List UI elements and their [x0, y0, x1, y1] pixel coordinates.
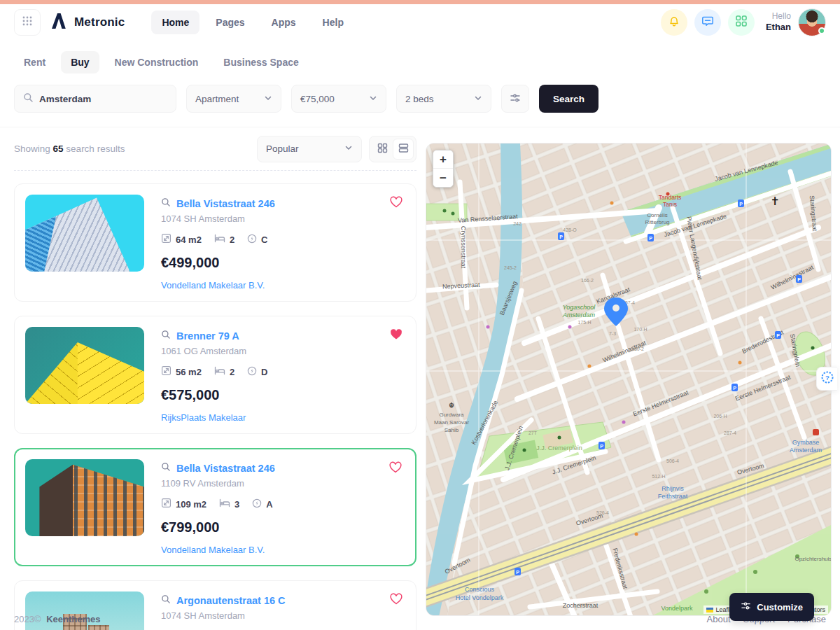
- map-label: Hotel Vondelpark: [456, 594, 504, 601]
- listing-title-row[interactable]: Bella Vistastraat 246: [161, 197, 275, 209]
- energy-value: A: [266, 499, 272, 510]
- listing-specs: 109 m2 3 A: [161, 498, 275, 510]
- listing-title[interactable]: Argonautenstraat 16 C: [176, 595, 286, 606]
- listing-price: €499,000: [161, 255, 275, 271]
- sort-value: Popular: [266, 144, 299, 154]
- tab-new-construction[interactable]: New Construction: [105, 51, 209, 74]
- notifications-button[interactable]: [661, 9, 687, 36]
- page: Metronic Home Pages Apps Help: [0, 0, 840, 630]
- purple-dot-poi: [486, 326, 490, 329]
- favorite-button[interactable]: [389, 195, 403, 211]
- heart-outline-icon: [388, 465, 402, 476]
- apps-button[interactable]: [728, 9, 755, 36]
- results-count: Showing 65 search results: [14, 144, 125, 154]
- map-label: Tanis: [663, 201, 677, 208]
- chevron-down-icon: [264, 94, 272, 104]
- grid-view-button[interactable]: [372, 139, 393, 160]
- header-right: Hello Ethan: [654, 8, 826, 36]
- svg-text:P: P: [559, 234, 563, 239]
- favorite-button[interactable]: [389, 328, 403, 343]
- results-column: Showing 65 search results Popular: [14, 127, 416, 630]
- map-canvas[interactable]: Jacob van Lennepkade Jacob van Lennepkad…: [426, 143, 832, 616]
- favorite-button[interactable]: [389, 592, 403, 608]
- company-link[interactable]: Keenthemes: [46, 614, 100, 624]
- listing-title-row[interactable]: Argonautenstraat 16 C: [161, 594, 286, 606]
- magnifier-icon: [161, 594, 171, 606]
- property-image[interactable]: [25, 195, 144, 272]
- purple-dot-poi: [568, 326, 572, 329]
- listing-title[interactable]: Bella Vistastraat 246: [176, 463, 275, 474]
- parking-icon: P: [738, 200, 744, 207]
- favorite-button[interactable]: [388, 461, 402, 476]
- zoom-in-button[interactable]: +: [433, 150, 453, 169]
- listing-agency-link[interactable]: Vondelland Makelaar B.V.: [161, 545, 275, 555]
- map-panel: Jacob van Lennepkade Jacob van Lennepkad…: [426, 127, 832, 630]
- orange-dot-poi: [588, 365, 592, 368]
- beds-count: 2: [230, 367, 234, 377]
- search-controls: Apartment €75,000 2 beds Search: [14, 85, 826, 113]
- parking-icon: P: [514, 568, 521, 575]
- map-label: Sahib: [444, 427, 459, 433]
- map-number: 7-3: [609, 331, 616, 336]
- beds-select[interactable]: 2 beds: [396, 85, 491, 113]
- sort-select[interactable]: Popular: [257, 136, 362, 162]
- nav-item-pages[interactable]: Pages: [205, 10, 255, 34]
- listing-title[interactable]: Brenner 79 A: [176, 330, 239, 342]
- beds-value: 2 beds: [405, 94, 434, 104]
- area-value: 64 m2: [176, 234, 202, 245]
- map-label: Amsterdam: [790, 447, 822, 454]
- map-label: Yogaschool: [563, 304, 596, 311]
- listing-title-row[interactable]: Bella Vistastraat 246: [161, 462, 275, 474]
- map-number: 166-2: [581, 278, 594, 283]
- listing-card[interactable]: Bella Vistastraat 246 1074 SH Amsterdam …: [14, 183, 416, 302]
- chat-button[interactable]: [694, 9, 721, 36]
- search-button[interactable]: Search: [539, 85, 598, 113]
- listing-agency-link[interactable]: Vondelland Makelaar B.V.: [161, 280, 275, 290]
- listing-card-selected[interactable]: Bella Vistastraat 246 1109 RV Amsterdam …: [14, 448, 416, 566]
- red-poi-icon: [813, 429, 819, 435]
- more-filters-button[interactable]: [501, 85, 529, 113]
- avatar[interactable]: [798, 8, 826, 36]
- property-image[interactable]: [25, 327, 144, 404]
- energy-value: C: [261, 234, 267, 245]
- orange-dot-poi: [610, 202, 614, 205]
- map-svg: Jacob van Lennepkade Jacob van Lennepkad…: [426, 144, 832, 616]
- view-toggle: [369, 136, 416, 162]
- list-view-button[interactable]: [393, 139, 414, 160]
- zoom-out-button[interactable]: −: [433, 169, 453, 187]
- logo-text: Metronic: [74, 15, 125, 29]
- energy-spec: D: [247, 366, 267, 378]
- church-cross-icon: ✝: [770, 195, 779, 207]
- grid-dots-icon: [22, 15, 33, 29]
- listing-title-row[interactable]: Brenner 79 A: [161, 330, 268, 342]
- price-select[interactable]: €75,000: [291, 85, 386, 113]
- help-drawer-button[interactable]: ?: [816, 367, 837, 391]
- list-view-icon: [398, 143, 409, 155]
- online-status-dot: [818, 27, 825, 34]
- listing-address: 1074 SH Amsterdam: [161, 214, 275, 224]
- listing-agency-link[interactable]: RijksPlaats Makelaar: [161, 412, 268, 423]
- chat-icon: [701, 15, 714, 29]
- listing-specs: 64 m2 2 C: [161, 233, 275, 246]
- energy-spec: C: [247, 234, 267, 246]
- app-launcher-button[interactable]: [14, 9, 41, 36]
- nav-item-home[interactable]: Home: [151, 10, 200, 34]
- customize-button[interactable]: Customize: [729, 593, 814, 621]
- listing-card[interactable]: Brenner 79 A 1061 OG Amsterdam 56 m2 2 D…: [14, 316, 416, 434]
- nav-item-help[interactable]: Help: [312, 10, 354, 34]
- search-input[interactable]: [39, 94, 167, 104]
- nav-item-apps[interactable]: Apps: [261, 10, 307, 34]
- greeting-username: Ethan: [766, 22, 791, 33]
- bed-icon: [214, 234, 225, 245]
- listing-price: €799,000: [161, 519, 275, 536]
- property-image[interactable]: [25, 459, 144, 536]
- listing-title[interactable]: Bella Vistastraat 246: [176, 198, 275, 209]
- heart-filled-icon: [389, 332, 403, 343]
- tab-business-space[interactable]: Business Space: [214, 51, 308, 74]
- svg-text:P: P: [739, 202, 743, 206]
- logo[interactable]: Metronic: [50, 13, 125, 32]
- tab-buy[interactable]: Buy: [61, 51, 99, 74]
- footer-link-about[interactable]: About: [707, 614, 731, 624]
- tab-rent[interactable]: Rent: [14, 51, 55, 74]
- property-type-select[interactable]: Apartment: [186, 85, 281, 113]
